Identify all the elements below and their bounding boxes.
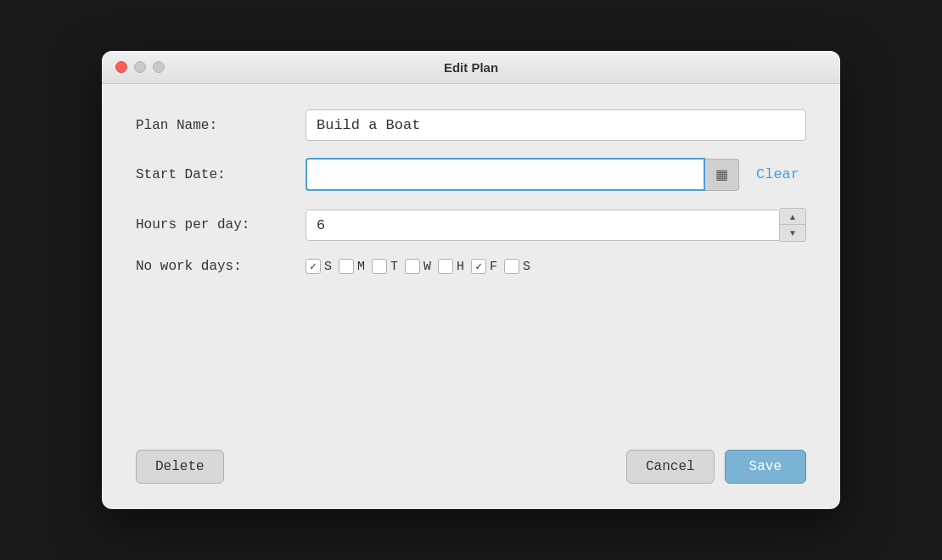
day-checkbox-s2[interactable] [504, 259, 519, 274]
day-label-h: H [457, 260, 464, 274]
day-label-t: T [390, 260, 398, 274]
window-controls [115, 61, 165, 73]
delete-button[interactable]: Delete [136, 450, 224, 484]
hours-label: Hours per day: [136, 217, 289, 232]
hours-row: Hours per day: ▲ ▼ [136, 208, 806, 242]
plan-name-field-wrapper [306, 109, 806, 141]
plan-name-input[interactable] [306, 109, 806, 141]
close-button[interactable] [115, 61, 127, 73]
day-label-f: F [490, 260, 497, 274]
start-date-input[interactable] [306, 158, 705, 191]
day-label-w: W [423, 260, 431, 274]
spinner-down-icon: ▼ [788, 228, 797, 238]
footer-right-buttons: Cancel Save [626, 450, 806, 484]
day-checkbox-t[interactable] [372, 259, 387, 274]
day-checkbox-s1[interactable]: ✓ [306, 259, 321, 274]
calendar-button[interactable]: ▦ [705, 159, 739, 191]
checkmark-f: ✓ [475, 260, 482, 273]
footer: Delete Cancel Save [102, 433, 840, 509]
cancel-button[interactable]: Cancel [626, 450, 715, 484]
hours-input[interactable] [306, 210, 780, 241]
day-item-m: M [339, 259, 365, 274]
days-wrapper: ✓ S M T W [306, 259, 806, 274]
save-button[interactable]: Save [725, 450, 806, 484]
calendar-icon: ▦ [715, 166, 728, 182]
spinner-down-button[interactable]: ▼ [780, 225, 805, 241]
day-item-t: T [372, 259, 398, 274]
plan-name-label: Plan Name: [136, 118, 289, 133]
form-content: Plan Name: Start Date: ▦ Clear Hours per… [102, 84, 840, 433]
spinner-buttons: ▲ ▼ [780, 208, 806, 242]
no-work-days-row: No work days: ✓ S M T [136, 259, 806, 274]
day-item-h: H [438, 259, 464, 274]
no-work-days-label: No work days: [136, 259, 289, 274]
spinner-up-icon: ▲ [788, 212, 797, 221]
date-row: ▦ Clear [306, 158, 806, 191]
checkmark-s1: ✓ [310, 260, 317, 273]
title-bar: Edit Plan [102, 51, 840, 84]
day-item-f: ✓ F [471, 259, 497, 274]
hours-field-wrapper: ▲ ▼ [306, 208, 806, 242]
start-date-field-wrapper: ▦ Clear [306, 158, 806, 191]
day-label-s2: S [523, 260, 530, 274]
start-date-row: Start Date: ▦ Clear [136, 158, 806, 191]
day-label-m: M [357, 260, 365, 274]
spinner-row: ▲ ▼ [306, 208, 806, 242]
window-title: Edit Plan [444, 60, 498, 75]
minimize-button[interactable] [134, 61, 146, 73]
maximize-button[interactable] [153, 61, 165, 73]
day-checkbox-w[interactable] [405, 259, 420, 274]
day-item-s1: ✓ S [306, 259, 332, 274]
edit-plan-window: Edit Plan Plan Name: Start Date: ▦ Clear [102, 51, 840, 509]
clear-button[interactable]: Clear [749, 163, 806, 186]
day-checkbox-h[interactable] [438, 259, 453, 274]
start-date-label: Start Date: [136, 167, 289, 182]
plan-name-row: Plan Name: [136, 109, 806, 141]
day-label-s1: S [324, 260, 332, 274]
checkboxes-row: ✓ S M T W [306, 259, 806, 274]
day-checkbox-f[interactable]: ✓ [471, 259, 486, 274]
day-item-s2: S [504, 259, 530, 274]
spinner-up-button[interactable]: ▲ [780, 209, 805, 225]
day-checkbox-m[interactable] [339, 259, 354, 274]
day-item-w: W [405, 259, 431, 274]
